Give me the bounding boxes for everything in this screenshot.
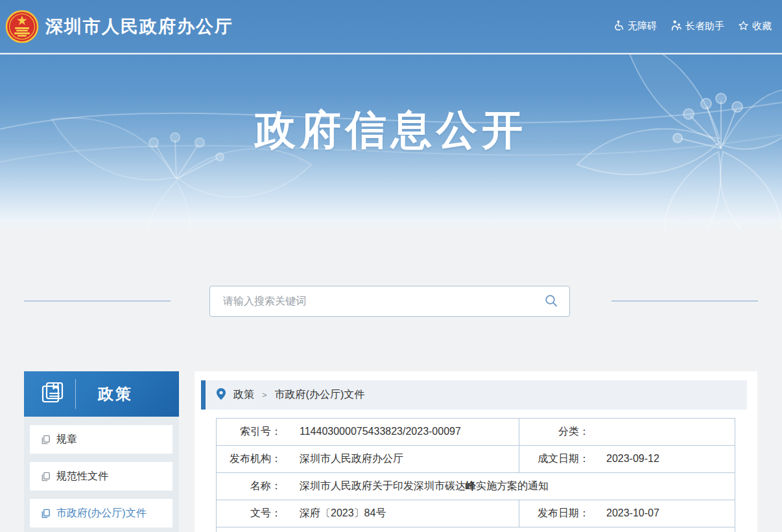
policy-book-icon	[40, 380, 65, 408]
document-name-cell: 名称：深圳市人民政府关于印发深圳市碳达峰实施方案的通知	[217, 473, 735, 500]
agency-cell: 发布机构：深圳市人民政府办公厅	[217, 446, 519, 473]
elder-people-icon	[671, 20, 681, 32]
national-emblem-icon	[5, 10, 39, 43]
elder-helper-link[interactable]: 长者助手	[671, 20, 724, 32]
category-cell: 分类：	[519, 419, 735, 446]
sidebar-title: 政策	[98, 384, 133, 404]
doc-number-label: 文号：	[217, 507, 281, 520]
sidebar-header: 政策	[24, 371, 179, 417]
page-title: 政府信息公开	[0, 102, 782, 158]
table-row-name: 名称：深圳市人民政府关于印发深圳市碳达峰实施方案的通知	[217, 473, 735, 500]
sidebar-item-label: 规章	[56, 433, 77, 446]
search-input[interactable]	[223, 295, 542, 307]
sidebar: 政策 规章 规范性文件	[24, 371, 179, 532]
favorite-label: 收藏	[752, 20, 772, 32]
document-name-label: 名称：	[217, 480, 281, 493]
site-title: 深圳市人民政府办公厅	[45, 15, 233, 38]
decorative-line-left	[24, 301, 171, 301]
page: 深圳市人民政府办公厅 无障碍	[0, 0, 782, 532]
decorative-line-right	[611, 301, 758, 301]
search-icon	[545, 294, 558, 309]
doc-number-cell: 文号：深府〔2023〕84号	[217, 500, 519, 527]
document-icon	[41, 472, 51, 481]
table-row-agency-date: 发布机构：深圳市人民政府办公厅 成文日期：2023-09-12	[217, 446, 735, 473]
site-brand[interactable]: 深圳市人民政府办公厅	[5, 10, 233, 43]
document-info-table: 索引号：114403000075433823/2023-00097 分类： 发布…	[216, 418, 735, 532]
map-pin-icon	[217, 388, 226, 402]
topbar-links: 无障碍 长者助手 收藏	[614, 20, 772, 32]
index-number-label: 索引号：	[217, 425, 281, 439]
elder-helper-label: 长者助手	[685, 20, 724, 32]
breadcrumb-current-link[interactable]: 市政府(办公厅)文件	[275, 388, 365, 402]
breadcrumb-policy-link[interactable]: 政策	[233, 388, 254, 402]
sidebar-item-rules[interactable]: 规章	[30, 425, 172, 454]
clipped-cell	[217, 527, 735, 532]
sidebar-item-label: 市政府(办公厅)文件	[56, 507, 147, 520]
accessibility-label: 无障碍	[628, 20, 657, 32]
doc-number-value: 深府〔2023〕84号	[300, 507, 386, 518]
breadcrumb: 政策 > 市政府(办公厅)文件	[201, 380, 747, 410]
index-number-value: 114403000075433823/2023-00097	[300, 426, 461, 437]
search-box	[209, 286, 570, 317]
written-date-label: 成文日期：	[519, 452, 589, 466]
index-number-cell: 索引号：114403000075433823/2023-00097	[217, 419, 519, 446]
written-date-cell: 成文日期：2023-09-12	[519, 446, 735, 473]
sidebar-header-divider	[75, 379, 76, 409]
publish-date-label: 发布日期：	[519, 507, 589, 520]
document-icon	[41, 509, 51, 518]
accessibility-link[interactable]: 无障碍	[614, 20, 657, 32]
sidebar-item-municipal-docs[interactable]: 市政府(办公厅)文件	[30, 499, 172, 527]
publish-date-cell: 发布日期：2023-10-07	[519, 500, 735, 527]
favorite-link[interactable]: 收藏	[739, 20, 772, 32]
category-label: 分类：	[519, 425, 589, 439]
topbar: 深圳市人民政府办公厅 无障碍	[0, 0, 782, 53]
written-date-value: 2023-09-12	[606, 453, 659, 464]
search-button[interactable]	[542, 292, 560, 312]
table-row-number-publish: 文号：深府〔2023〕84号 发布日期：2023-10-07	[217, 500, 735, 527]
banner: 政府信息公开	[0, 54, 782, 230]
table-row-clipped	[217, 527, 735, 532]
agency-label: 发布机构：	[217, 452, 281, 466]
breadcrumb-separator: >	[262, 390, 267, 400]
sidebar-item-label: 规范性文件	[56, 470, 108, 483]
document-name-value: 深圳市人民政府关于印发深圳市碳达峰实施方案的通知	[300, 480, 549, 491]
agency-value: 深圳市人民政府办公厅	[300, 453, 403, 464]
content-panel: 政策 > 市政府(办公厅)文件 索引号：114403000075433823/2…	[195, 371, 757, 532]
document-icon	[41, 435, 51, 445]
wheelchair-icon	[614, 20, 624, 32]
highlighted-keyword: 峰	[466, 480, 476, 491]
star-icon	[739, 21, 748, 32]
sidebar-item-normative-docs[interactable]: 规范性文件	[30, 462, 172, 491]
publish-date-value: 2023-10-07	[606, 507, 659, 518]
table-row-index-category: 索引号：114403000075433823/2023-00097 分类：	[217, 419, 735, 446]
